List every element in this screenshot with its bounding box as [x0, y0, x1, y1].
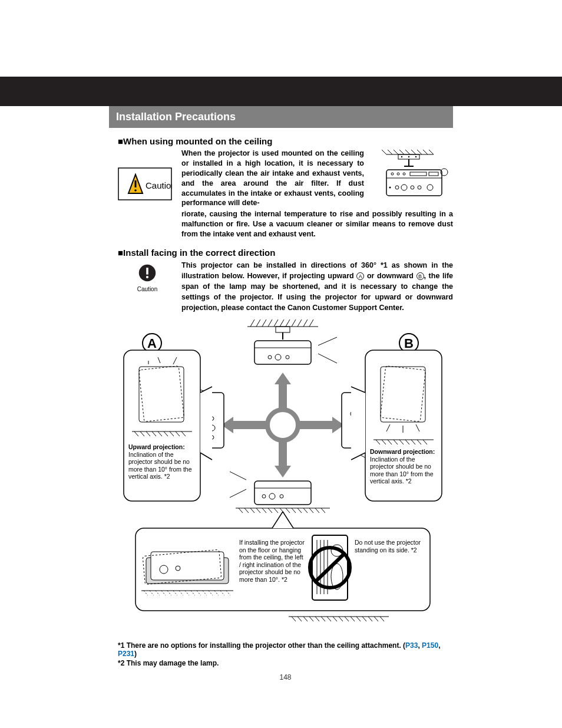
link-p33[interactable]: P33 — [405, 641, 418, 650]
top-black-band — [0, 77, 562, 106]
heading-direction-text: Install facing in the correct direction — [123, 248, 275, 258]
svg-line-177 — [309, 617, 313, 621]
downward-title: Downward projection: — [370, 448, 435, 455]
svg-line-10 — [411, 150, 416, 154]
svg-line-83 — [230, 489, 246, 498]
svg-line-47 — [303, 319, 308, 327]
footnote-1: *1 There are no options for installing t… — [118, 641, 453, 658]
svg-line-12 — [423, 150, 428, 154]
svg-line-176 — [303, 617, 308, 621]
svg-line-182 — [339, 617, 343, 621]
svg-line-38 — [250, 319, 254, 327]
svg-line-174 — [292, 617, 296, 621]
svg-text:A: A — [147, 336, 157, 351]
svg-point-17 — [415, 156, 416, 157]
svg-line-93 — [286, 508, 290, 513]
heading-ceiling-text: When using mounted on the ceiling — [123, 136, 272, 146]
svg-line-95 — [297, 508, 302, 513]
svg-line-56 — [318, 337, 337, 345]
svg-point-33 — [389, 187, 391, 189]
bullet-square-icon-2: ■ — [118, 248, 123, 258]
link-p150[interactable]: P150 — [422, 641, 438, 650]
svg-rect-35 — [146, 268, 148, 275]
svg-line-82 — [230, 472, 246, 480]
svg-line-97 — [309, 508, 313, 513]
svg-rect-77 — [254, 481, 311, 505]
svg-line-91 — [274, 508, 278, 513]
svg-line-96 — [303, 508, 308, 513]
svg-point-16 — [408, 156, 409, 157]
svg-line-90 — [268, 508, 272, 513]
svg-line-5 — [382, 150, 386, 154]
svg-line-183 — [345, 617, 349, 621]
svg-line-86 — [244, 508, 249, 513]
svg-line-184 — [351, 617, 355, 621]
svg-text:B: B — [404, 336, 414, 351]
svg-line-46 — [297, 319, 302, 327]
svg-line-9 — [405, 150, 410, 154]
heading-direction: ■Install facing in the correct direction — [118, 248, 453, 258]
footnote-1-post: ) — [134, 650, 137, 658]
svg-line-99 — [321, 508, 325, 513]
svg-line-41 — [268, 319, 272, 327]
svg-point-3 — [134, 189, 137, 192]
inline-circle-a-icon: A — [356, 272, 364, 280]
svg-line-180 — [327, 617, 331, 621]
footnote-2: *2 This may damage the lamp. — [118, 659, 453, 667]
page-number: 148 — [118, 673, 453, 681]
svg-line-13 — [429, 150, 434, 154]
svg-line-43 — [280, 319, 284, 327]
svg-line-40 — [262, 319, 266, 327]
upward-title: Upward projection: — [128, 443, 185, 450]
ceiling-para-col: When the projector is used mounted on th… — [181, 149, 364, 208]
svg-line-179 — [321, 617, 325, 621]
sep2: , — [438, 641, 440, 650]
svg-line-48 — [309, 319, 313, 327]
caution-label: Caution — [146, 180, 172, 190]
svg-line-87 — [250, 508, 254, 513]
svg-line-181 — [333, 617, 337, 621]
floor-body: If installing the projector on the floor… — [239, 539, 306, 584]
svg-line-44 — [286, 319, 290, 327]
svg-line-45 — [292, 319, 296, 327]
svg-point-15 — [401, 156, 402, 157]
caution-round-box: Caution — [118, 263, 177, 292]
caution-round-icon — [138, 263, 157, 282]
svg-marker-60 — [275, 373, 291, 384]
svg-marker-61 — [275, 466, 291, 477]
svg-point-64 — [267, 410, 298, 440]
svg-line-178 — [315, 617, 319, 621]
downward-body: Inclination of the projector should be n… — [370, 455, 434, 485]
svg-rect-49 — [276, 327, 290, 332]
svg-line-186 — [362, 617, 366, 621]
svg-line-187 — [368, 617, 372, 621]
bullet-square-icon: ■ — [118, 136, 123, 146]
svg-line-89 — [262, 508, 266, 513]
heading-ceiling: ■When using mounted on the ceiling — [118, 136, 453, 146]
side-body: Do not use the projector standing on its… — [355, 539, 425, 554]
svg-line-175 — [297, 617, 302, 621]
ceiling-mount-illustration — [369, 149, 451, 204]
svg-line-189 — [380, 617, 384, 621]
svg-line-188 — [374, 617, 378, 621]
caution-round-label: Caution — [118, 286, 177, 292]
link-p231[interactable]: P231 — [118, 650, 134, 658]
svg-line-185 — [356, 617, 361, 621]
svg-line-7 — [394, 150, 398, 154]
svg-rect-51 — [254, 341, 311, 364]
svg-line-88 — [256, 508, 260, 513]
svg-rect-20 — [386, 170, 442, 196]
svg-line-8 — [399, 150, 404, 154]
svg-line-6 — [388, 150, 392, 154]
svg-line-11 — [417, 150, 422, 154]
dir-para-seg2: or downward — [364, 272, 416, 280]
svg-line-85 — [239, 508, 243, 513]
inline-circle-b-icon: B — [416, 272, 424, 280]
footnote-1-pre: *1 There are no options for installing t… — [118, 641, 405, 650]
upward-body: Inclination of the projector should be n… — [128, 450, 192, 480]
caution-triangle-icon: Caution — [118, 167, 172, 200]
svg-line-94 — [292, 508, 296, 513]
caution-triangle-box: Caution — [118, 167, 172, 203]
svg-point-36 — [146, 276, 148, 278]
svg-line-39 — [256, 319, 260, 327]
